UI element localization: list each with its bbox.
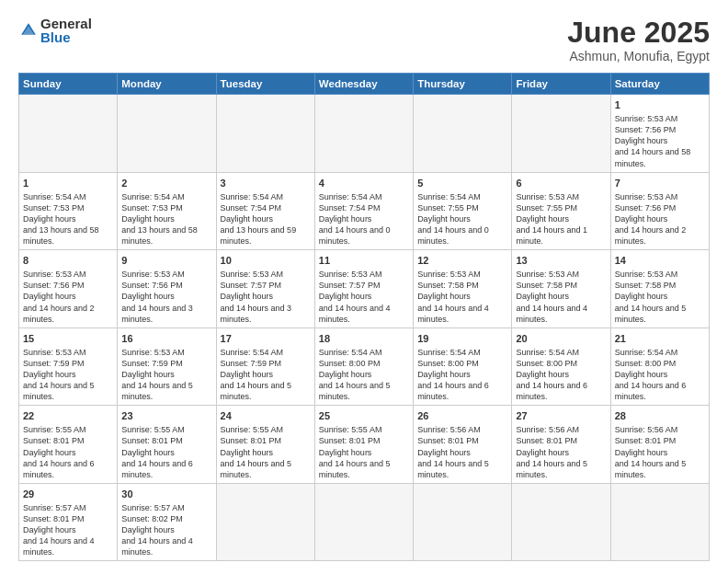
calendar-cell: 10Sunrise: 5:53 AMSunset: 7:57 PMDayligh… bbox=[216, 250, 314, 328]
calendar-cell bbox=[216, 483, 314, 561]
cell-details: Sunrise: 5:53 AMSunset: 7:56 PMDaylight … bbox=[615, 192, 687, 247]
weekday-header-tuesday: Tuesday bbox=[216, 74, 314, 95]
calendar-cell bbox=[610, 483, 709, 561]
cell-details: Sunrise: 5:53 AMSunset: 7:58 PMDaylight … bbox=[615, 270, 687, 324]
weekday-header-row: SundayMondayTuesdayWednesdayThursdayFrid… bbox=[19, 74, 710, 95]
title-block: June 2025 Ashmun, Monufia, Egypt bbox=[567, 17, 710, 63]
cell-details: Sunrise: 5:56 AMSunset: 8:01 PMDaylight … bbox=[516, 425, 587, 479]
weekday-header-monday: Monday bbox=[118, 74, 216, 95]
cell-details: Sunrise: 5:54 AMSunset: 7:59 PMDaylight … bbox=[221, 348, 292, 402]
calendar-cell: 6Sunrise: 5:53 AMSunset: 7:55 PMDaylight… bbox=[512, 172, 610, 250]
calendar-cell: 9Sunrise: 5:53 AMSunset: 7:56 PMDaylight… bbox=[118, 250, 216, 328]
cell-details: Sunrise: 5:55 AMSunset: 8:01 PMDaylight … bbox=[319, 425, 391, 479]
calendar-cell bbox=[314, 95, 413, 173]
calendar-cell: 5Sunrise: 5:54 AMSunset: 7:55 PMDaylight… bbox=[414, 172, 512, 250]
calendar-week-row: 22Sunrise: 5:55 AMSunset: 8:01 PMDayligh… bbox=[19, 406, 710, 484]
header: General Blue June 2025 Ashmun, Monufia, … bbox=[18, 17, 710, 63]
cell-details: Sunrise: 5:54 AMSunset: 7:54 PMDaylight … bbox=[319, 192, 391, 247]
location-subtitle: Ashmun, Monufia, Egypt bbox=[567, 49, 710, 63]
day-number: 25 bbox=[319, 409, 409, 423]
cell-details: Sunrise: 5:53 AMSunset: 7:57 PMDaylight … bbox=[319, 270, 391, 324]
weekday-header-sunday: Sunday bbox=[19, 74, 118, 95]
cell-details: Sunrise: 5:53 AMSunset: 7:56 PMDaylight … bbox=[121, 270, 193, 324]
calendar-cell: 17Sunrise: 5:54 AMSunset: 7:59 PMDayligh… bbox=[216, 327, 314, 406]
day-number: 30 bbox=[121, 488, 211, 501]
cell-details: Sunrise: 5:54 AMSunset: 7:54 PMDaylight … bbox=[221, 192, 297, 247]
calendar-cell: 23Sunrise: 5:55 AMSunset: 8:01 PMDayligh… bbox=[118, 406, 216, 484]
calendar-cell: 22Sunrise: 5:55 AMSunset: 8:01 PMDayligh… bbox=[19, 406, 118, 484]
cell-details: Sunrise: 5:53 AMSunset: 7:58 PMDaylight … bbox=[417, 270, 489, 324]
cell-details: Sunrise: 5:54 AMSunset: 7:53 PMDaylight … bbox=[23, 192, 99, 247]
cell-details: Sunrise: 5:54 AMSunset: 7:53 PMDaylight … bbox=[121, 192, 198, 247]
cell-details: Sunrise: 5:55 AMSunset: 8:01 PMDaylight … bbox=[221, 425, 292, 479]
calendar-cell: 4Sunrise: 5:54 AMSunset: 7:54 PMDaylight… bbox=[314, 172, 413, 250]
cell-details: Sunrise: 5:57 AMSunset: 8:02 PMDaylight … bbox=[121, 503, 193, 557]
calendar-cell: 1Sunrise: 5:53 AMSunset: 7:56 PMDaylight… bbox=[610, 95, 709, 173]
calendar-week-row: 8Sunrise: 5:53 AMSunset: 7:56 PMDaylight… bbox=[19, 250, 710, 328]
cell-details: Sunrise: 5:53 AMSunset: 7:56 PMDaylight … bbox=[615, 114, 691, 168]
day-number: 13 bbox=[516, 254, 606, 268]
cell-details: Sunrise: 5:55 AMSunset: 8:01 PMDaylight … bbox=[121, 425, 193, 479]
weekday-header-friday: Friday bbox=[512, 74, 610, 95]
month-title: June 2025 bbox=[567, 17, 710, 49]
logo: General Blue bbox=[18, 17, 92, 44]
day-number: 24 bbox=[221, 409, 311, 423]
calendar-cell bbox=[314, 483, 413, 561]
day-number: 29 bbox=[23, 488, 113, 501]
day-number: 12 bbox=[417, 254, 507, 268]
day-number: 21 bbox=[615, 332, 705, 346]
cell-details: Sunrise: 5:54 AMSunset: 7:55 PMDaylight … bbox=[417, 192, 489, 247]
logo-icon bbox=[18, 20, 39, 40]
logo-blue: Blue bbox=[40, 30, 92, 44]
day-number: 22 bbox=[23, 409, 113, 423]
calendar-cell: 19Sunrise: 5:54 AMSunset: 8:00 PMDayligh… bbox=[414, 327, 512, 406]
calendar-cell: 20Sunrise: 5:54 AMSunset: 8:00 PMDayligh… bbox=[512, 327, 610, 406]
day-number: 11 bbox=[319, 254, 409, 268]
day-number: 28 bbox=[615, 409, 705, 423]
day-number: 27 bbox=[516, 409, 606, 423]
cell-details: Sunrise: 5:54 AMSunset: 8:00 PMDaylight … bbox=[516, 348, 587, 402]
cell-details: Sunrise: 5:56 AMSunset: 8:01 PMDaylight … bbox=[417, 425, 489, 479]
cell-details: Sunrise: 5:54 AMSunset: 8:00 PMDaylight … bbox=[615, 348, 687, 402]
calendar-cell bbox=[414, 483, 512, 561]
day-number: 18 bbox=[319, 332, 409, 346]
day-number: 15 bbox=[23, 332, 113, 346]
day-number: 7 bbox=[615, 177, 705, 190]
weekday-header-saturday: Saturday bbox=[610, 74, 709, 95]
cell-details: Sunrise: 5:53 AMSunset: 7:58 PMDaylight … bbox=[516, 270, 587, 324]
calendar-cell: 8Sunrise: 5:53 AMSunset: 7:56 PMDaylight… bbox=[19, 250, 118, 328]
cell-details: Sunrise: 5:53 AMSunset: 7:59 PMDaylight … bbox=[121, 348, 193, 402]
calendar-cell: 3Sunrise: 5:54 AMSunset: 7:54 PMDaylight… bbox=[216, 172, 314, 250]
cell-details: Sunrise: 5:53 AMSunset: 7:56 PMDaylight … bbox=[23, 270, 95, 324]
weekday-header-wednesday: Wednesday bbox=[314, 74, 413, 95]
day-number: 8 bbox=[23, 254, 113, 268]
calendar-cell: 1Sunrise: 5:54 AMSunset: 7:53 PMDaylight… bbox=[19, 172, 118, 250]
calendar-cell: 27Sunrise: 5:56 AMSunset: 8:01 PMDayligh… bbox=[512, 406, 610, 484]
calendar-cell: 21Sunrise: 5:54 AMSunset: 8:00 PMDayligh… bbox=[610, 327, 709, 406]
calendar-week-row: 1Sunrise: 5:54 AMSunset: 7:53 PMDaylight… bbox=[19, 172, 710, 250]
day-number: 19 bbox=[417, 332, 507, 346]
day-number: 10 bbox=[221, 254, 311, 268]
day-number: 23 bbox=[121, 409, 211, 423]
calendar-cell bbox=[512, 95, 610, 173]
calendar-cell: 2Sunrise: 5:54 AMSunset: 7:53 PMDaylight… bbox=[118, 172, 216, 250]
calendar-week-row: 29Sunrise: 5:57 AMSunset: 8:01 PMDayligh… bbox=[19, 483, 710, 561]
cell-details: Sunrise: 5:53 AMSunset: 7:57 PMDaylight … bbox=[221, 270, 292, 324]
calendar-cell bbox=[512, 483, 610, 561]
calendar-cell: 12Sunrise: 5:53 AMSunset: 7:58 PMDayligh… bbox=[414, 250, 512, 328]
cell-details: Sunrise: 5:57 AMSunset: 8:01 PMDaylight … bbox=[23, 503, 95, 557]
calendar-cell bbox=[216, 95, 314, 173]
day-number: 3 bbox=[221, 177, 311, 190]
day-number: 26 bbox=[417, 409, 507, 423]
cell-details: Sunrise: 5:53 AMSunset: 7:59 PMDaylight … bbox=[23, 348, 95, 402]
calendar-cell: 15Sunrise: 5:53 AMSunset: 7:59 PMDayligh… bbox=[19, 327, 118, 406]
calendar-week-row: 1Sunrise: 5:53 AMSunset: 7:56 PMDaylight… bbox=[19, 95, 710, 173]
calendar-cell: 18Sunrise: 5:54 AMSunset: 8:00 PMDayligh… bbox=[314, 327, 413, 406]
calendar-cell: 16Sunrise: 5:53 AMSunset: 7:59 PMDayligh… bbox=[118, 327, 216, 406]
calendar-cell: 24Sunrise: 5:55 AMSunset: 8:01 PMDayligh… bbox=[216, 406, 314, 484]
calendar-table: SundayMondayTuesdayWednesdayThursdayFrid… bbox=[18, 73, 710, 561]
weekday-header-thursday: Thursday bbox=[414, 74, 512, 95]
calendar-cell: 29Sunrise: 5:57 AMSunset: 8:01 PMDayligh… bbox=[19, 483, 118, 561]
calendar-week-row: 15Sunrise: 5:53 AMSunset: 7:59 PMDayligh… bbox=[19, 327, 710, 406]
cell-details: Sunrise: 5:53 AMSunset: 7:55 PMDaylight … bbox=[516, 192, 587, 247]
